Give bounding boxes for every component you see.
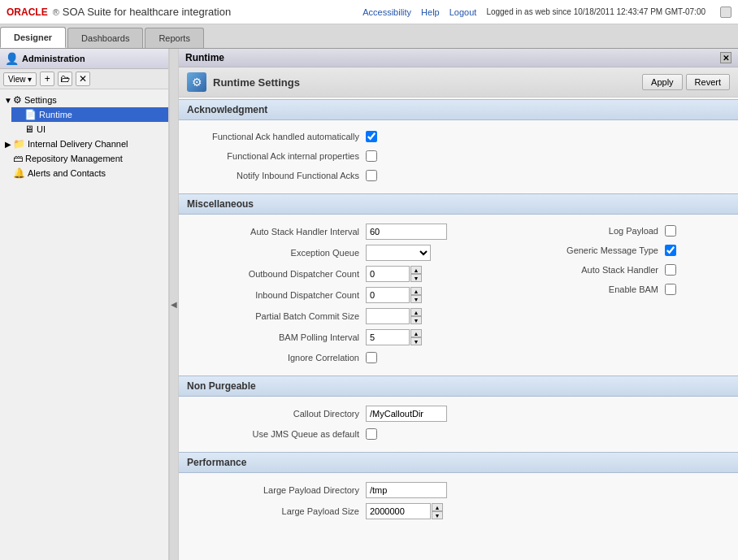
content-area: Runtime ✕ ⚙ Runtime Settings Apply Rever… xyxy=(179,49,738,560)
close-panel-button[interactable]: ✕ xyxy=(720,52,731,63)
apply-button[interactable]: Apply xyxy=(642,74,683,90)
logged-in-text: Logged in as web since 10/18/2011 12:43:… xyxy=(486,7,705,16)
exception-queue-control xyxy=(366,245,431,261)
repo-icon: 🗃 xyxy=(13,153,23,164)
acknowledgment-form: Functional Ack handled automatically Fun… xyxy=(179,120,738,192)
sidebar: 👤 Administration View ▾ + 🗁 ✕ ▼ ⚙ Settin… xyxy=(0,49,169,560)
large-payload-dir-input[interactable] xyxy=(366,482,447,498)
misc-grid: Auto Stack Handler Interval Exception Qu… xyxy=(179,221,738,367)
oracle-logo: ORACLE xyxy=(7,7,48,18)
revert-button[interactable]: Revert xyxy=(686,74,730,90)
callout-directory-input[interactable] xyxy=(366,406,447,422)
partial-batch-spinner: ▲ ▼ xyxy=(366,308,422,324)
add-button[interactable]: + xyxy=(40,72,54,86)
large-payload-size-input[interactable] xyxy=(366,503,431,519)
form-row-log-payload: Log Payload xyxy=(510,221,738,241)
accessibility-link[interactable]: Accessibility xyxy=(362,7,411,17)
sidebar-item-internal-delivery[interactable]: ▶ 📁 Internal Delivery Channel xyxy=(0,137,168,151)
tab-dashboards[interactable]: Dashboards xyxy=(67,28,143,48)
partial-batch-up[interactable]: ▲ xyxy=(410,308,422,316)
sidebar-item-runtime[interactable]: 📄 Runtime xyxy=(11,107,168,122)
content-body: ⚙ Runtime Settings Apply Revert Acknowle… xyxy=(179,67,738,560)
sidebar-item-ui[interactable]: 🖥 UI xyxy=(11,122,168,137)
sidebar-item-settings[interactable]: ▼ ⚙ Settings xyxy=(0,93,168,107)
miscellaneous-section-header: Miscellaneous xyxy=(179,193,738,215)
alerts-icon: 🔔 xyxy=(13,167,25,179)
outbound-dispatcher-spinner-btns: ▲ ▼ xyxy=(410,266,422,282)
ignore-correlation-control xyxy=(366,352,377,363)
bam-polling-spinner-btns: ▲ ▼ xyxy=(410,329,422,345)
partial-batch-input[interactable] xyxy=(366,308,410,324)
view-button[interactable]: View ▾ xyxy=(3,72,37,86)
auto-stack-handler-checkbox[interactable] xyxy=(665,264,676,276)
sidebar-item-label: Settings xyxy=(24,95,57,105)
sidebar-item-alerts[interactable]: 🔔 Alerts and Contacts xyxy=(0,166,168,180)
sidebar-item-label: Internal Delivery Channel xyxy=(28,139,128,149)
auto-stack-handler-label: Auto Stack Handler xyxy=(519,265,665,275)
runtime-icon: 📄 xyxy=(24,109,37,120)
content-header: Runtime ✕ xyxy=(179,49,738,67)
generic-message-type-checkbox[interactable] xyxy=(665,245,676,256)
form-row-large-payload-dir: Large Payload Directory xyxy=(179,480,738,501)
help-link[interactable]: Help xyxy=(421,7,440,17)
partial-batch-down[interactable]: ▼ xyxy=(410,316,422,324)
sidebar-item-repository[interactable]: 🗃 Repository Management xyxy=(0,151,168,166)
form-row-enable-bam: Enable BAM xyxy=(510,280,738,299)
form-row-auto-stack-handler: Auto Stack Handler xyxy=(510,260,738,280)
app-title: SOA Suite for healthcare integration xyxy=(63,6,362,18)
exception-queue-select[interactable] xyxy=(366,245,431,261)
enable-bam-label: Enable BAM xyxy=(519,284,665,294)
delete-button[interactable]: ✕ xyxy=(76,72,90,86)
performance-section-header: Performance xyxy=(179,452,738,473)
form-row-exception-queue: Exception Queue xyxy=(179,242,510,263)
bam-polling-input[interactable] xyxy=(366,329,410,345)
logout-link[interactable]: Logout xyxy=(449,7,477,17)
functional-ack-auto-checkbox[interactable] xyxy=(366,131,377,142)
large-payload-dir-label: Large Payload Directory xyxy=(187,485,366,495)
log-payload-checkbox[interactable] xyxy=(665,225,676,237)
tab-designer[interactable]: Designer xyxy=(0,27,66,48)
inbound-dispatcher-down[interactable]: ▼ xyxy=(410,295,422,303)
auto-stack-handler-control xyxy=(665,264,676,276)
large-payload-size-down[interactable]: ▼ xyxy=(432,511,443,519)
tab-reports[interactable]: Reports xyxy=(145,28,204,48)
enable-bam-control xyxy=(665,284,676,295)
inbound-dispatcher-up[interactable]: ▲ xyxy=(410,287,422,295)
folder-button[interactable]: 🗁 xyxy=(58,72,72,86)
top-links: Accessibility Help Logout Logged in as w… xyxy=(362,7,731,18)
settings-panel-title: Runtime Settings xyxy=(213,76,300,89)
outbound-dispatcher-up[interactable]: ▲ xyxy=(410,266,422,274)
outbound-dispatcher-down[interactable]: ▼ xyxy=(410,274,422,282)
form-row-functional-ack-auto: Functional Ack handled automatically xyxy=(179,127,738,146)
generic-message-type-label: Generic Message Type xyxy=(519,245,665,255)
form-row-outbound-dispatcher: Outbound Dispatcher Count ▲ ▼ xyxy=(179,263,510,284)
bam-polling-down[interactable]: ▼ xyxy=(410,337,422,345)
notify-inbound-checkbox[interactable] xyxy=(366,170,377,181)
sidebar-tree: ▼ ⚙ Settings 📄 Runtime 🖥 UI xyxy=(0,89,168,560)
miscellaneous-form: Auto Stack Handler Interval Exception Qu… xyxy=(179,215,738,374)
sidebar-title: Administration xyxy=(22,54,85,63)
delivery-icon: 📁 xyxy=(13,138,25,150)
expand-internal-delivery: ▶ xyxy=(3,140,13,149)
inbound-dispatcher-input[interactable] xyxy=(366,287,410,303)
inbound-dispatcher-control: ▲ ▼ xyxy=(366,287,422,303)
outbound-dispatcher-label: Outbound Dispatcher Count xyxy=(187,269,366,279)
auto-stack-interval-input[interactable] xyxy=(366,224,447,240)
collapse-handle[interactable]: ◀ xyxy=(169,49,179,560)
functional-ack-internal-checkbox[interactable] xyxy=(366,150,377,162)
ignore-correlation-checkbox[interactable] xyxy=(366,352,377,363)
ignore-correlation-label: Ignore Correlation xyxy=(187,353,366,362)
form-row-inbound-dispatcher: Inbound Dispatcher Count ▲ ▼ xyxy=(179,284,510,306)
use-jms-queue-checkbox[interactable] xyxy=(366,428,377,440)
large-payload-size-up[interactable]: ▲ xyxy=(432,503,443,511)
log-payload-control xyxy=(665,225,676,237)
form-row-bam-polling: BAM Polling Interval ▲ ▼ xyxy=(179,327,510,348)
functional-ack-internal-control xyxy=(366,150,377,162)
settings-panel-icon: ⚙ xyxy=(187,72,206,92)
outbound-dispatcher-input[interactable] xyxy=(366,266,410,282)
bam-polling-up[interactable]: ▲ xyxy=(410,329,422,337)
ui-icon: 🖥 xyxy=(24,124,34,135)
outbound-dispatcher-control: ▲ ▼ xyxy=(366,266,422,282)
partial-batch-control: ▲ ▼ xyxy=(366,308,422,324)
enable-bam-checkbox[interactable] xyxy=(665,284,676,295)
